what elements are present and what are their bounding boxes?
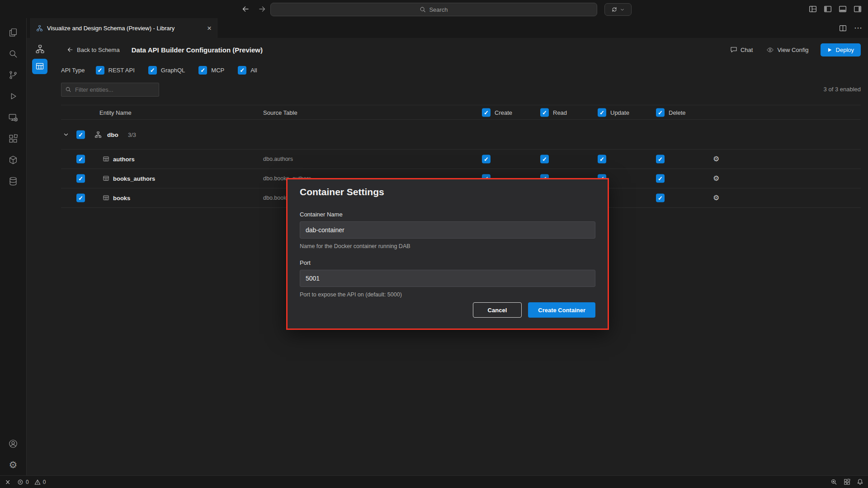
layout-switch-dropdown[interactable] xyxy=(604,3,632,16)
filter-entities-input[interactable] xyxy=(61,83,159,97)
settings-gear-icon[interactable]: ⚙ xyxy=(2,454,24,475)
read-all-checkbox[interactable]: ✓ xyxy=(540,108,549,117)
update-checkbox[interactable]: ✓ xyxy=(598,155,606,164)
dialog-title: Container Settings xyxy=(300,187,595,197)
chevron-down-icon[interactable] xyxy=(63,131,69,138)
tab-visualize-design-schema[interactable]: Visualize and Design Schema (Preview) - … xyxy=(30,18,217,38)
create-column-header: ✓ Create xyxy=(482,108,512,117)
extensions-status-icon[interactable] xyxy=(844,479,850,485)
group-name: dbo xyxy=(107,131,118,138)
row-settings-gear-icon[interactable]: ⚙ xyxy=(713,194,719,202)
page-header: Back to Schema Data API Builder Configur… xyxy=(66,42,861,57)
explorer-icon[interactable] xyxy=(2,22,24,43)
titlebar-layout-controls xyxy=(809,0,862,18)
more-actions-icon[interactable]: ⋯ xyxy=(854,24,863,32)
delete-checkbox[interactable]: ✓ xyxy=(656,194,665,202)
sync-loop-icon xyxy=(611,6,618,13)
create-all-checkbox[interactable]: ✓ xyxy=(482,108,491,117)
activity-bar: ⚙ xyxy=(0,18,27,475)
group-checkbox[interactable]: ✓ xyxy=(76,130,85,139)
delete-checkbox[interactable]: ✓ xyxy=(656,174,665,183)
search-placeholder: Search xyxy=(429,6,448,13)
rest-api-checkbox[interactable]: ✓ xyxy=(96,66,104,75)
tab-actions: ⋯ xyxy=(839,18,863,38)
all-checkbox[interactable]: ✓ xyxy=(238,66,246,75)
statusbar-right xyxy=(830,479,863,485)
update-all-checkbox[interactable]: ✓ xyxy=(598,108,606,117)
problems-indicator[interactable]: 0 0 xyxy=(17,479,46,485)
view-config-button[interactable]: View Config xyxy=(766,46,808,54)
split-editor-icon[interactable] xyxy=(839,24,847,32)
row-checkbox[interactable]: ✓ xyxy=(76,194,85,202)
search-icon xyxy=(420,6,426,13)
run-debug-icon[interactable] xyxy=(2,85,24,107)
row-settings-gear-icon[interactable]: ⚙ xyxy=(713,155,719,163)
api-option-mcp[interactable]: ✓ MCP xyxy=(198,66,224,75)
container-name-input[interactable] xyxy=(300,221,595,239)
zoom-icon[interactable] xyxy=(830,479,837,485)
search-sidebar-icon[interactable] xyxy=(2,43,24,64)
read-column-header: ✓ Read xyxy=(540,108,567,117)
command-center-search[interactable]: Search xyxy=(270,3,597,16)
entity-name: authors xyxy=(113,156,135,163)
api-option-rest[interactable]: ✓ REST API xyxy=(96,66,135,75)
read-checkbox[interactable]: ✓ xyxy=(540,155,549,164)
container-settings-dialog: Container Settings Container Name Name f… xyxy=(286,178,609,330)
toggle-primary-sidebar-icon[interactable] xyxy=(824,5,832,13)
database-icon[interactable] xyxy=(2,170,24,192)
api-type-label: API Type xyxy=(61,67,85,74)
tab-close-icon[interactable]: × xyxy=(207,24,212,32)
port-help: Port to expose the API on (default: 5000… xyxy=(300,291,595,298)
table-icon xyxy=(103,156,109,163)
row-checkbox[interactable]: ✓ xyxy=(76,174,85,183)
dab-config-view-icon[interactable] xyxy=(32,59,47,74)
chat-button[interactable]: Chat xyxy=(730,46,753,53)
table-icon xyxy=(103,195,109,202)
entity-name: books_authors xyxy=(113,175,155,182)
bell-icon[interactable] xyxy=(857,479,863,485)
toggle-panel-icon[interactable] xyxy=(839,5,847,13)
row-settings-gear-icon[interactable]: ⚙ xyxy=(713,175,719,182)
deploy-button[interactable]: Deploy xyxy=(821,43,861,56)
cancel-button[interactable]: Cancel xyxy=(473,302,522,318)
package-cube-icon[interactable] xyxy=(2,149,24,170)
error-count: 0 xyxy=(26,479,29,485)
update-column-header: ✓ Update xyxy=(598,108,629,117)
create-checkbox[interactable]: ✓ xyxy=(482,155,491,164)
row-checkbox[interactable]: ✓ xyxy=(76,155,85,164)
toggle-secondary-sidebar-icon[interactable] xyxy=(854,5,862,13)
container-name-label: Container Name xyxy=(300,211,595,218)
table-row-authors: ✓ authors dbo.authors ✓ ✓ ✓ ✓ ⚙ xyxy=(61,150,861,169)
back-arrow-icon xyxy=(66,46,74,53)
delete-column-header: ✓ Delete xyxy=(656,108,686,117)
customize-layout-icon[interactable] xyxy=(809,5,817,13)
api-option-all[interactable]: ✓ All xyxy=(238,66,257,75)
port-label: Port xyxy=(300,259,595,266)
page-title: Data API Builder Configuration (Preview) xyxy=(132,46,263,54)
remote-explorer-icon[interactable] xyxy=(2,107,24,128)
back-arrow-icon[interactable] xyxy=(241,5,250,14)
source-control-icon[interactable] xyxy=(2,64,24,85)
title-bar: Search xyxy=(0,0,868,18)
source-table-header: Source Table xyxy=(263,109,297,116)
create-container-button[interactable]: Create Container xyxy=(528,302,595,318)
back-to-schema-link[interactable]: Back to Schema xyxy=(66,46,120,53)
schema-designer-icon[interactable] xyxy=(34,43,45,54)
graphql-checkbox[interactable]: ✓ xyxy=(148,66,157,75)
account-icon[interactable] xyxy=(2,433,24,454)
view-switcher-strip xyxy=(27,38,53,475)
eye-icon xyxy=(766,46,774,54)
api-type-filters: API Type ✓ REST API ✓ GraphQL ✓ MCP ✓ Al… xyxy=(61,65,271,75)
schema-tab-icon xyxy=(36,25,43,32)
schema-group-row[interactable]: ✓ dbo 3/3 xyxy=(61,120,861,150)
forward-arrow-icon[interactable] xyxy=(258,5,267,14)
table-icon xyxy=(103,175,109,182)
extensions-icon[interactable] xyxy=(2,128,24,149)
remote-indicator[interactable] xyxy=(5,479,11,485)
port-input[interactable] xyxy=(300,270,595,287)
api-option-graphql[interactable]: ✓ GraphQL xyxy=(148,66,185,75)
chevron-down-icon xyxy=(620,7,625,12)
mcp-checkbox[interactable]: ✓ xyxy=(198,66,207,75)
delete-all-checkbox[interactable]: ✓ xyxy=(656,108,665,117)
delete-checkbox[interactable]: ✓ xyxy=(656,155,665,164)
